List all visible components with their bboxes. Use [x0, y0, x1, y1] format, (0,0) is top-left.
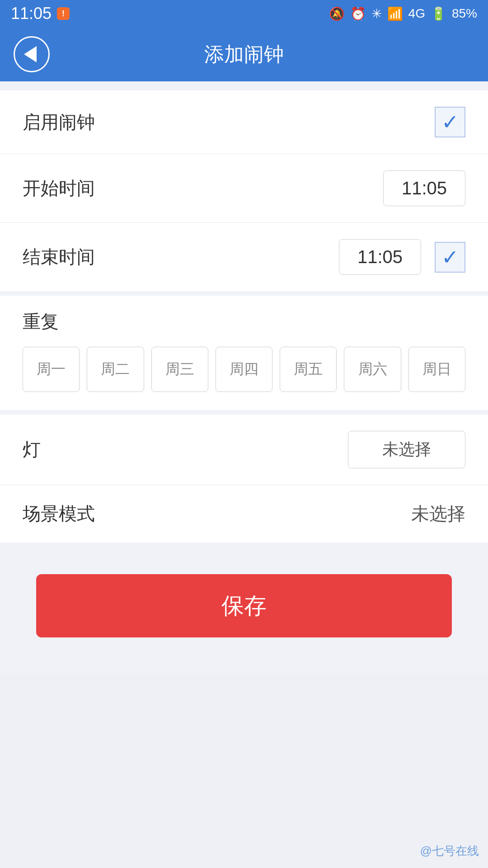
light-select[interactable]: 未选择	[348, 431, 465, 468]
day-buttons-group: 周一 周二 周三 周四 周五 周六 周日	[23, 347, 465, 392]
light-label: 灯	[23, 437, 348, 462]
light-section: 灯 未选择 场景模式 未选择	[0, 415, 488, 542]
back-arrow-icon	[24, 46, 37, 62]
day-tuesday[interactable]: 周二	[87, 347, 144, 392]
back-button[interactable]	[14, 36, 50, 72]
page-title: 添加闹钟	[204, 41, 284, 68]
status-icons: 🔕 ⏰ ✳ 📶 4G 🔋 85%	[329, 6, 477, 21]
notification-badge: !	[57, 7, 70, 20]
alarm-off-icon: 🔕	[329, 6, 345, 21]
scene-mode-value[interactable]: 未选择	[411, 501, 465, 526]
enable-alarm-section: 启用闹钟 ✓ 开始时间 11:05 结束时间 11:05 ✓	[0, 90, 488, 291]
enable-alarm-label: 启用闹钟	[23, 110, 435, 135]
signal-icon: 4G	[408, 6, 425, 21]
day-sunday[interactable]: 周日	[408, 347, 465, 392]
start-time-input[interactable]: 11:05	[383, 170, 465, 206]
bluetooth-icon: ✳	[371, 6, 382, 21]
start-time-row: 开始时间 11:05	[0, 154, 488, 223]
checkmark-icon: ✓	[441, 112, 459, 132]
status-time: 11:05	[11, 4, 52, 23]
start-time-label: 开始时间	[23, 176, 383, 201]
end-time-checkbox[interactable]: ✓	[435, 242, 465, 273]
day-friday[interactable]: 周五	[280, 347, 337, 392]
light-row: 灯 未选择	[0, 415, 488, 485]
day-wednesday[interactable]: 周三	[151, 347, 208, 392]
day-thursday[interactable]: 周四	[216, 347, 272, 392]
battery-icon: 🔋	[431, 6, 446, 21]
wifi-icon: 📶	[387, 6, 403, 21]
end-time-controls: 11:05 ✓	[339, 239, 465, 275]
end-time-checkmark-icon: ✓	[441, 247, 459, 268]
end-time-input[interactable]: 11:05	[339, 239, 421, 275]
enable-alarm-row: 启用闹钟 ✓	[0, 90, 488, 154]
save-section: 保存	[0, 547, 488, 656]
day-monday[interactable]: 周一	[23, 347, 80, 392]
save-button[interactable]: 保存	[36, 574, 452, 637]
scene-mode-row: 场景模式 未选择	[0, 485, 488, 542]
repeat-label: 重复	[23, 309, 465, 334]
scene-mode-label: 场景模式	[23, 501, 411, 526]
status-bar: 11:05 ! 🔕 ⏰ ✳ 📶 4G 🔋 85%	[0, 0, 488, 27]
repeat-section: 重复 周一 周二 周三 周四 周五 周六 周日	[0, 296, 488, 410]
app-bar: 添加闹钟	[0, 27, 488, 81]
form-content: 启用闹钟 ✓ 开始时间 11:05 结束时间 11:05 ✓ 重复 周一 周二	[0, 81, 488, 674]
clock-icon: ⏰	[350, 6, 366, 21]
end-time-label: 结束时间	[23, 245, 339, 269]
watermark: @七号在线	[420, 843, 479, 859]
enable-alarm-checkbox[interactable]: ✓	[435, 107, 465, 137]
day-saturday[interactable]: 周六	[344, 347, 401, 392]
end-time-row: 结束时间 11:05 ✓	[0, 223, 488, 291]
battery-percent: 85%	[452, 6, 477, 21]
